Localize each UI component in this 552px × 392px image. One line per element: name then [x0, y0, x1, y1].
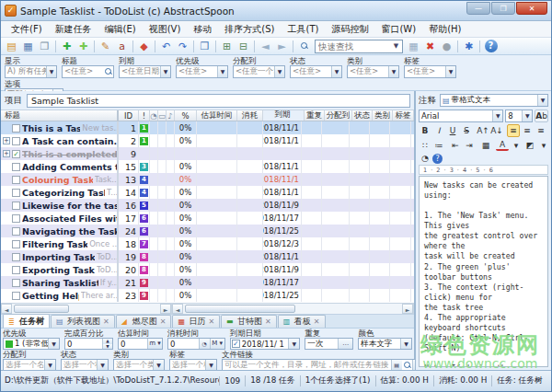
column-header-0[interactable]: ID [119, 110, 139, 121]
menu-item-0[interactable]: 文件(F) [5, 22, 49, 37]
lock-icon[interactable]: ● [439, 39, 454, 53]
outdent-icon[interactable]: ⇤ [449, 139, 462, 152]
time-spent-control[interactable]: 0◔M ▾ [167, 338, 225, 350]
task-row[interactable]: +Associated Files with T...1760%2018/11/… [1, 212, 414, 225]
priority-control[interactable]: 1 (非常低)▼ [3, 338, 60, 350]
task-color-icon[interactable]: ◆ [136, 39, 152, 53]
chevron-down-icon[interactable]: ▼ [205, 360, 216, 370]
due-date-control[interactable]: ✓2018/11/ 1▼ [230, 338, 300, 350]
close-tab-icon[interactable]: ✕ [265, 317, 271, 326]
task-row[interactable]: +Importing TasksToD...1980%2018/11/1 [1, 250, 414, 263]
chevron-down-icon[interactable]: ▼ [48, 339, 59, 349]
filter-combo-priority[interactable]: <任意>▼ [176, 65, 228, 78]
task-checkbox[interactable] [12, 292, 20, 300]
due-date-checkbox[interactable]: ✓ [232, 340, 240, 348]
task-row[interactable]: +✓This is a completed task9 [1, 147, 414, 160]
align-justify-icon[interactable]: ≡ [548, 124, 552, 137]
task-row[interactable]: +Filtering TasksOnce ...1870%2018/12/3 [1, 237, 414, 250]
task-checkbox[interactable]: ✓ [12, 150, 20, 158]
spin-down-icon[interactable]: ▼ [102, 344, 112, 350]
maximize-view-icon[interactable]: ❒ [197, 39, 213, 53]
task-checkbox[interactable] [12, 240, 20, 248]
task-row[interactable]: +Categorizing TasksT...1440%2018/11/1 [1, 186, 414, 199]
redo-icon[interactable]: ↷ [175, 39, 190, 53]
scroll-thumb[interactable] [185, 305, 295, 313]
column-header-12[interactable]: 类别 [373, 110, 393, 121]
filter-combo-allocated-to[interactable]: <任意一个>▼ [233, 65, 285, 78]
maximize-button[interactable]: ❐ [491, 2, 515, 15]
tab-task-tree[interactable]: ≣任务树 [3, 314, 50, 328]
task-row[interactable]: +Adding Comments to T...1530%2018/11/1 [1, 160, 414, 173]
numbered-list-icon[interactable]: ≔ [432, 139, 445, 152]
column-header-folder-icon[interactable]: ▭ [158, 110, 167, 121]
close-button[interactable]: ✕ [516, 2, 547, 15]
tab-calendar[interactable]: ▦日历✕ [172, 315, 220, 328]
time-unit-button[interactable]: m ▾ [147, 339, 162, 349]
column-header-8[interactable]: 到期 [263, 110, 305, 121]
column-header-1[interactable]: ! [139, 110, 150, 121]
close-tab-icon[interactable]: ✕ [314, 317, 320, 326]
percent-done-control[interactable]: 0▲▼ [64, 338, 113, 350]
time-unit-button[interactable]: M ▾ [210, 339, 224, 349]
task-row[interactable]: +Colouring TasksTask...1340%2018/11/1 [1, 173, 414, 186]
column-header-7[interactable]: 消耗 [237, 110, 263, 121]
insert-date-icon[interactable]: ◔ [419, 152, 431, 165]
align-right-icon[interactable]: ≡ [535, 124, 547, 137]
column-header-bell-icon[interactable]: ♪ [167, 110, 175, 121]
strikethrough-icon[interactable]: S [460, 124, 473, 137]
align-left-icon[interactable]: ≡ [507, 124, 520, 137]
task-checkbox[interactable] [12, 202, 20, 210]
colour-control[interactable]: 样本文字▼ [358, 338, 412, 350]
undo-icon[interactable]: ↶ [158, 39, 174, 53]
column-header-title[interactable]: 标题 [1, 110, 119, 121]
font-shrink-icon[interactable]: A↓ [490, 124, 503, 137]
task-row[interactable]: +A Task can contain...210%2018/11/1 [1, 134, 414, 147]
menu-item-6[interactable]: 工具(T) [282, 22, 326, 37]
chevron-down-icon[interactable]: ▼ [388, 66, 398, 77]
task-checkbox[interactable] [12, 137, 20, 145]
chevron-down-icon[interactable]: ▼ [217, 66, 227, 77]
comments-format-combo[interactable]: ▤ 带格式文本 ▼ [440, 94, 548, 107]
menu-item-3[interactable]: 视图(V) [143, 22, 188, 37]
filter-combo-title[interactable]: <任意> [62, 65, 114, 78]
menu-item-8[interactable]: 窗口(W) [374, 22, 422, 37]
expander-icon[interactable]: + [3, 137, 10, 144]
column-header-11[interactable]: 状态 [352, 110, 373, 121]
expander-icon[interactable]: + [3, 150, 10, 157]
new-task-icon[interactable]: ✚ [59, 39, 75, 53]
align-center-icon[interactable]: ≡ [521, 124, 534, 137]
quick-search-combo[interactable]: ▼ [315, 40, 403, 53]
recurrence-control[interactable]: 一次… [305, 338, 353, 350]
folder-icon[interactable]: ▤ [391, 360, 402, 370]
grid-hscrollbar[interactable]: ◄ ► [172, 304, 414, 314]
task-checkbox[interactable] [12, 266, 20, 274]
select-task-icon[interactable]: ▦ [406, 39, 421, 53]
task-row[interactable]: +Likewise for the task's ...1650%2018/11… [1, 199, 414, 212]
menu-item-1[interactable]: 新建任务 [49, 22, 98, 37]
task-checkbox[interactable] [12, 189, 20, 197]
chevron-down-icon[interactable]: ▼ [46, 66, 56, 77]
highlight-caret[interactable]: ▾ [537, 139, 550, 152]
chevron-down-icon[interactable]: ▼ [44, 360, 55, 370]
spinner-buttons[interactable]: ▲▼ [102, 339, 112, 349]
ellipsis-button[interactable]: … [338, 339, 352, 349]
italic-icon[interactable]: I [432, 124, 445, 137]
time-estimate-control[interactable]: 0m ▾ [118, 338, 163, 350]
font-name-combo[interactable]: Arial ▼ [419, 110, 503, 122]
search-icon[interactable] [402, 360, 412, 371]
column-header-clock-icon[interactable]: ◔ [150, 110, 158, 121]
filter-combo-tag[interactable]: <任意>▼ [404, 65, 456, 78]
scroll-right-icon[interactable]: ► [402, 304, 413, 314]
copy-icon[interactable]: ❐ [37, 39, 52, 53]
font-color-icon[interactable]: A [496, 140, 509, 151]
menu-item-7[interactable]: 源码控制 [325, 22, 374, 37]
font-grow-icon[interactable]: A↑ [477, 124, 489, 137]
delete-task-icon[interactable]: ✖ [422, 39, 438, 53]
insert-table-icon[interactable]: ▦ [479, 139, 492, 152]
next-task-icon[interactable]: ► [274, 39, 290, 53]
save-tasklist-icon[interactable]: ▦ [20, 39, 36, 53]
comments-text[interactable]: New tasks can be created using: 1. The '… [419, 176, 548, 367]
close-tab-icon[interactable]: ✕ [160, 317, 167, 326]
chevron-down-icon[interactable]: ▼ [445, 66, 455, 77]
comments-help-icon[interactable]: ? [432, 154, 443, 164]
